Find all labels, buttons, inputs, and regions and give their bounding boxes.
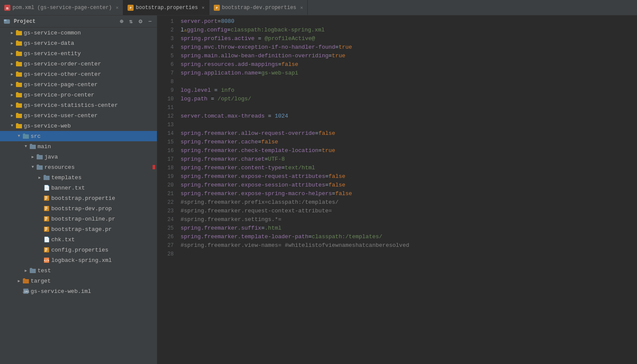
locate-icon[interactable]: ⊕ — [118, 18, 125, 25]
line-number-15: 15 — [157, 138, 179, 146]
sidebar-item-bootstrap-stage-properties[interactable]: ▶ bootstrap-stage.pr — [0, 224, 157, 234]
code-line-21: 21spring.freemarker.expose-spring-macro-… — [157, 190, 637, 198]
sidebar-item-bootstrap-dev-properties[interactable]: ▶ bootstrap-dev.prop — [0, 203, 157, 214]
folder-icon-other — [16, 71, 22, 78]
sidebar-item-gs-service-other-center[interactable]: ▶ gs-service-other-center — [0, 69, 157, 79]
sidebar-item-gs-service-page-center[interactable]: ▶ gs-service-page-center — [0, 79, 157, 90]
minimize-icon[interactable]: − — [147, 18, 153, 25]
folder-icon-resources — [36, 164, 43, 171]
folder-icon-common — [16, 29, 22, 36]
settings-icon[interactable]: ⚙ — [137, 18, 144, 25]
sidebar-item-logback-spring-xml[interactable]: ▶ </> logback-spring.xml — [0, 255, 157, 265]
tab-bootstrap-close[interactable]: ✕ — [202, 5, 205, 10]
tab-bootstrap-dev[interactable]: P bootstrap-dev.properties ✕ — [209, 0, 308, 15]
svg-rect-7 — [4, 19, 6, 21]
line-number-26: 26 — [157, 233, 179, 241]
svg-rect-15 — [45, 209, 47, 210]
code-line-1: 1server.port=8080 — [157, 17, 637, 26]
item-label-bootstrap-online-properties: bootstrap-online.pr — [51, 216, 115, 222]
sidebar-item-target[interactable]: ▶ target — [0, 276, 157, 286]
expand-arrow-data: ▶ — [9, 40, 16, 47]
sidebar-item-gs-service-entity[interactable]: ▶ gs-service-entity — [0, 48, 157, 59]
line-content-28 — [179, 250, 637, 258]
code-line-5: 5spring.main.allow-bean-definition-overr… — [157, 52, 637, 60]
line-number-6: 6 — [157, 60, 179, 69]
sidebar-item-banner-txt[interactable]: ▶ 📄 banner.txt — [0, 183, 157, 193]
code-line-12: 12server.tomcat.max-threads = 1024 — [157, 112, 637, 121]
sidebar-item-gs-service-statistics-center[interactable]: ▶ gs-service-statistics-center — [0, 100, 157, 110]
sidebar-item-config-properties[interactable]: ▶ config.properties — [0, 245, 157, 255]
sidebar-item-gs-service-common[interactable]: ▶ gs-service-common — [0, 28, 157, 38]
code-line-9: 9log.level = info — [157, 86, 637, 95]
line-number-7: 7 — [157, 69, 179, 78]
sidebar-item-java[interactable]: ▶ java — [0, 152, 157, 162]
sidebar-item-bootstrap-properties[interactable]: ▶ bootstrap.propertie — [0, 193, 157, 203]
sidebar-item-gs-service-pro-center[interactable]: ▶ gs-service-pro-center — [0, 90, 157, 100]
sort-icon[interactable]: ⇅ — [128, 18, 134, 25]
sidebar-item-gs-service-user-center[interactable]: ▶ gs-service-user-center — [0, 110, 157, 121]
sidebar-item-main[interactable]: ▼ main — [0, 141, 157, 152]
sidebar-item-src[interactable]: ▼ src — [0, 131, 157, 141]
editor-area: 1server.port=80802l⚠gging.config=classpa… — [157, 16, 637, 364]
code-line-11: 11 — [157, 103, 637, 112]
line-number-27: 27 — [157, 241, 179, 250]
sidebar-item-resources[interactable]: ▼ resources — [0, 162, 157, 172]
item-label-templates: templates — [51, 174, 81, 181]
sidebar-item-test[interactable]: ▶ test — [0, 265, 157, 276]
item-label-bootstrap-properties: bootstrap.propertie — [51, 195, 115, 202]
code-line-24: 24#spring.freemarker.settings.*= — [157, 215, 637, 224]
svg-rect-14 — [45, 208, 47, 209]
sidebar-item-gs-service-order-center[interactable]: ▶ gs-service-order-center — [0, 59, 157, 69]
code-line-3: 3spring.profiles.active = @profileActive… — [157, 34, 637, 43]
code-line-4: 4spring.mvc.throw-exception-if-no-handle… — [157, 43, 637, 52]
bootstrap-props-icon: P — [128, 5, 134, 11]
item-label-target: target — [31, 278, 51, 284]
item-label-config-properties: config.properties — [51, 247, 109, 253]
code-line-27: 27#spring.freemarker.view-names= #whitel… — [157, 241, 637, 250]
code-line-26: 26spring.freemarker.template-loader-path… — [157, 233, 637, 241]
item-label-data: gs-service-data — [24, 40, 74, 47]
folder-icon-java — [36, 153, 43, 160]
props-file-icon-bootstrap-dev — [43, 205, 50, 212]
line-content-25: spring.freemarker.suffix=.html — [179, 224, 637, 233]
item-label-resources: resources — [44, 164, 75, 171]
sidebar-item-bootstrap-online-properties[interactable]: ▶ bootstrap-online.pr — [0, 214, 157, 224]
props-file-icon-bootstrap-stage — [43, 226, 50, 233]
line-number-20: 20 — [157, 181, 179, 190]
line-content-16: spring.freemarker.check-template-locatio… — [179, 146, 637, 155]
sidebar-item-gs-service-web-iml[interactable]: ▶ .iml gs-service-web.iml — [0, 286, 157, 296]
tab-pom[interactable]: m pom.xml (gs-service-page-center) ✕ — [0, 0, 123, 15]
svg-rect-13 — [45, 207, 47, 208]
tab-bootstrap-dev-close[interactable]: ✕ — [300, 5, 303, 10]
tab-bootstrap[interactable]: P bootstrap.properties ✕ — [123, 0, 209, 15]
svg-rect-27 — [45, 251, 47, 252]
item-label-order: gs-service-order-center — [24, 61, 101, 67]
line-content-27: #spring.freemarker.view-names= #whitelis… — [179, 241, 637, 250]
item-label-entity: gs-service-entity — [24, 50, 81, 57]
line-number-13: 13 — [157, 121, 179, 129]
editor-content[interactable]: 1server.port=80802l⚠gging.config=classpa… — [157, 16, 637, 364]
item-label-chk-txt: chk.txt — [51, 236, 75, 243]
sidebar-item-templates[interactable]: ▶ templates — [0, 172, 157, 183]
line-content-2: l⚠gging.config=classpath:logback-spring.… — [179, 26, 637, 34]
code-line-25: 25spring.freemarker.suffix=.html — [157, 224, 637, 233]
expand-arrow-java: ▶ — [29, 153, 36, 160]
line-content-6: spring.resources.add-mappings=false — [179, 60, 637, 69]
code-line-17: 17spring.freemarker.charset=UTF-8 — [157, 155, 637, 164]
main-area: Project ⊕ ⇅ ⚙ − ▶ gs-service-common ▶ gs… — [0, 16, 637, 364]
tab-pom-close[interactable]: ✕ — [116, 5, 119, 10]
line-content-15: spring.freemarker.cache=false — [179, 138, 637, 146]
sidebar-item-gs-service-web[interactable]: ▼ gs-service-web — [0, 121, 157, 131]
folder-icon-stats — [16, 102, 22, 109]
expand-arrow-stats: ▶ — [9, 102, 16, 109]
item-label-bootstrap-stage-properties: bootstrap-stage.pr — [51, 226, 112, 233]
pom-icon: m — [4, 5, 10, 11]
line-number-22: 22 — [157, 198, 179, 207]
line-number-18: 18 — [157, 164, 179, 172]
sidebar-item-chk-txt[interactable]: ▶ 📄 chk.txt — [0, 234, 157, 245]
svg-rect-18 — [45, 218, 47, 219]
line-content-19: spring.freemarker.expose-request-attribu… — [179, 172, 637, 181]
line-content-3: spring.profiles.active = @profileActive@ — [179, 34, 637, 43]
svg-rect-26 — [45, 249, 47, 250]
sidebar-item-gs-service-data[interactable]: ▶ gs-service-data — [0, 38, 157, 48]
